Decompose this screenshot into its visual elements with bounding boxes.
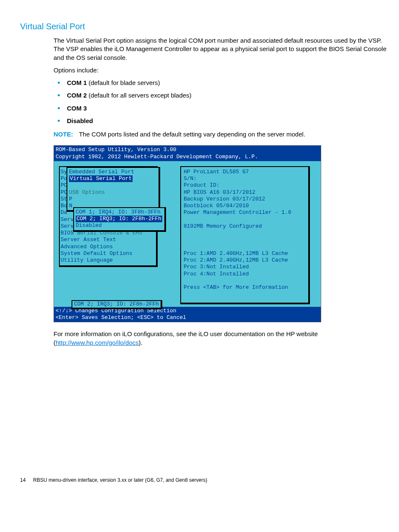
info-line: Proc 1:AMD 2.40GHz,12MB L3 Cache [184,250,306,257]
menu-item: Server Asset Text [61,236,155,243]
option-bold: COM 2 [67,92,87,99]
submenu-item-selected: Virtual Serial Port [69,175,157,182]
page-number: 14 [20,477,26,483]
bios-title-line: ROM-Based Setup Utility, Version 3.00 [56,146,319,153]
submenu-item [69,182,157,189]
info-line [184,216,306,223]
submenu-item-dim: USB Options [69,189,157,196]
info-line [184,278,306,284]
submenu-item: Embedded Serial Port [69,169,157,175]
info-line: Power Management Controller - 1.6 [184,209,306,216]
bios-info-panel: HP ProLiant DL585 G7 S/N: Product ID: HP… [180,166,310,304]
menu-item: Advanced Options [61,244,155,250]
bios-screenshot: ROM-Based Setup Utility, Version 3.00 Co… [54,145,321,322]
list-item: Disabled [54,117,386,125]
list-item: COM 3 [54,104,386,113]
info-line: 8192MB Memory Configured [184,223,306,230]
info-line: S/N: [184,175,306,182]
option-bold: COM 3 [67,105,87,112]
bios-titlebar: ROM-Based Setup Utility, Version 3.00 Co… [54,146,321,161]
bios-current-selection: COM 2; IRQ3; IO: 2F8h-2FFh [72,300,162,309]
submenu-item: P [69,196,157,203]
bios-footer-line: <Enter> Saves Selection; <ESC> to Cancel [56,314,319,321]
section-heading: Virtual Serial Port [20,21,386,32]
page-footer-text: RBSU menu-driven interface, version 3.xx… [33,477,207,483]
option-rest: (default for all servers except blades) [87,92,192,99]
info-line: Proc 2:AMD 2.40GHz,12MB L3 Cache [184,257,306,264]
menu-item: Utility Language [61,257,155,264]
info-line: Press <TAB> for More Information [184,284,306,291]
info-line: Proc 3:Not Installed [184,264,306,270]
option-rest: (default for blade servers) [87,79,160,86]
info-line: Product ID: [184,182,306,189]
note-text: The COM ports listed and the default set… [79,131,305,138]
bios-title-line: Copyright 1982, 2012 Hewlett-Packard Dev… [56,154,319,160]
closing-post: ). [138,339,142,346]
info-line: HP ProLiant DL585 G7 [184,169,306,175]
list-item: COM 1 (default for blade servers) [54,79,386,87]
intro-paragraph: The Virtual Serial Port option assigns t… [54,36,386,62]
note-label: NOTE: [54,131,73,138]
list-item: COM 2 (default for all servers except bl… [54,91,386,100]
com-option-selected: COM 2; IRQ3; IO: 2F8h-2FFh [76,216,163,222]
options-list: COM 1 (default for blade servers) COM 2 … [54,79,386,125]
option-bold: Disabled [67,117,93,124]
ilo-docs-link[interactable]: http://www.hp.com/go/ilo/docs [56,339,138,346]
closing-paragraph: For more information on iLO configuratio… [54,330,386,347]
note-row: NOTE:The COM ports listed and the defaul… [54,130,386,139]
info-line [184,244,306,250]
options-lead: Options include: [54,66,386,75]
com-option: COM 1; IRQ4; IO: 3F8h-3FFh [76,209,163,216]
menu-item: System Default Options [61,250,155,257]
info-line: Proc 4:Not Installed [184,271,306,278]
bios-submenu-serial: Embedded Serial Port Virtual Serial Port… [66,167,160,212]
info-line: Bootblock 05/04/2010 [184,203,306,209]
option-bold: COM 1 [67,79,87,86]
com-option: Disabled [76,222,163,229]
info-line [184,230,306,236]
info-line: HP BIOS A16 03/17/2012 [184,189,306,196]
info-line [184,236,306,243]
bios-submenu-com-options: COM 1; IRQ4; IO: 3F8h-3FFh COM 2; IRQ3; … [73,207,166,232]
page-footer: 14 RBSU menu-driven interface, version 3… [20,477,386,483]
info-line: Backup Version 03/17/2012 [184,196,306,203]
